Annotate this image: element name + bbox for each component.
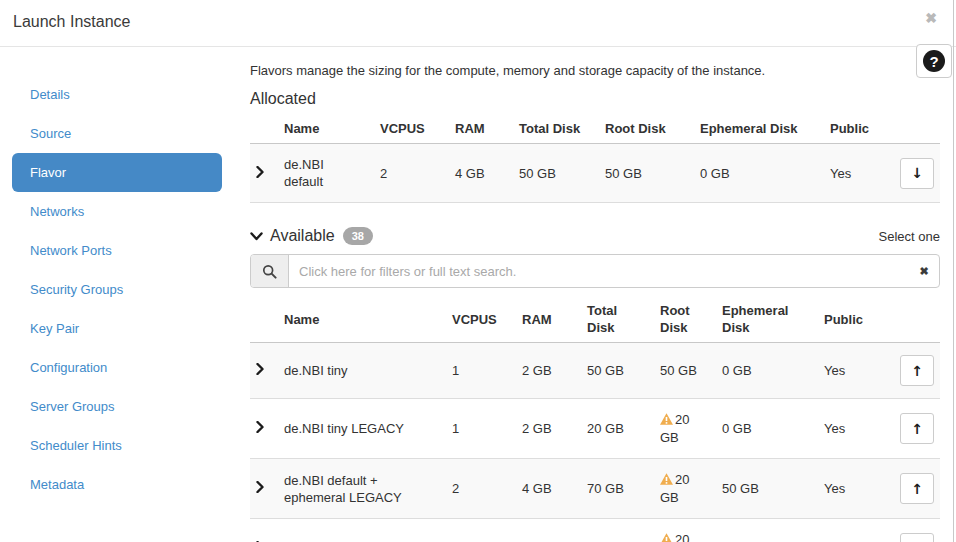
modal-right-edge xyxy=(953,0,954,542)
cell-vcpus: 2 xyxy=(444,519,514,542)
available-col-expand xyxy=(250,296,276,343)
cell-ram: 4 GB xyxy=(514,519,579,542)
allocated-section-title: Allocated xyxy=(250,90,940,108)
sidebar-item-networks[interactable]: Networks xyxy=(0,192,240,231)
cell-root-disk: 50 GB xyxy=(652,343,714,399)
cell-total-disk: 20 GB xyxy=(579,519,652,542)
cell-root-disk: 20 GB xyxy=(652,519,714,542)
deallocate-arrow-down-button[interactable]: ↓ xyxy=(900,158,934,189)
sidebar-item-configuration[interactable]: Configuration xyxy=(0,348,240,387)
step-description: Flavors manage the sizing for the comput… xyxy=(250,63,940,78)
available-col-actions xyxy=(885,296,940,343)
warning-triangle-icon xyxy=(660,472,673,489)
allocate-arrow-up-button[interactable]: ↑ xyxy=(900,413,934,444)
available-col-total-disk: Total Disk xyxy=(579,296,652,343)
flavor-step-content: Flavors manage the sizing for the comput… xyxy=(240,47,956,542)
allocated-col-vcpus: VCPUS xyxy=(372,114,447,144)
filter-search-bar: ✖ xyxy=(250,254,940,288)
expand-chevron-right-icon[interactable] xyxy=(256,166,264,178)
cell-root-disk: 50 GB xyxy=(597,144,692,203)
cell-public: Yes xyxy=(816,399,885,459)
sidebar-item-flavor[interactable]: Flavor xyxy=(12,153,222,192)
allocated-col-actions xyxy=(885,114,940,144)
cell-public: Yes xyxy=(816,343,885,399)
allocated-col-name: Name xyxy=(276,114,372,144)
dialog-title: Launch Instance xyxy=(13,13,130,30)
available-col-vcpus: VCPUS xyxy=(444,296,514,343)
expand-chevron-right-icon[interactable] xyxy=(256,363,264,375)
available-col-ram: RAM xyxy=(514,296,579,343)
cell-total-disk: 50 GB xyxy=(579,343,652,399)
allocated-col-ram: RAM xyxy=(447,114,511,144)
allocated-col-expand xyxy=(250,114,276,144)
cell-vcpus: 2 xyxy=(372,144,447,203)
select-one-hint: Select one xyxy=(879,229,940,244)
sidebar-item-key-pair[interactable]: Key Pair xyxy=(0,309,240,348)
warning-triangle-icon xyxy=(660,412,673,429)
cell-public: Yes xyxy=(816,519,885,542)
cell-vcpus: 1 xyxy=(444,399,514,459)
cell-ephemeral-disk: 0 GB xyxy=(714,399,816,459)
sidebar-item-source[interactable]: Source xyxy=(0,114,240,153)
cell-ephemeral-disk: 0 GB xyxy=(714,343,816,399)
warning-triangle-icon xyxy=(660,532,673,542)
cell-ram: 2 GB xyxy=(514,399,579,459)
cell-public: Yes xyxy=(816,459,885,519)
allocated-table: Name VCPUS RAM Total Disk Root Disk Ephe… xyxy=(250,114,940,203)
available-row-de-nbi-default-ephemeral-legacy: de.NBI default + ephemeral LEGACY 2 4 GB… xyxy=(250,459,940,519)
help-button[interactable]: ? xyxy=(916,44,952,78)
allocated-row-de-nbi-default: de.NBI default 2 4 GB 50 GB 50 GB 0 GB Y… xyxy=(250,144,940,203)
allocated-col-ephemeral-disk: Ephemeral Disk xyxy=(692,114,822,144)
cell-vcpus: 2 xyxy=(444,459,514,519)
cell-root-disk: 20 GB xyxy=(652,459,714,519)
cell-name: de.NBI tiny xyxy=(276,343,444,399)
sidebar-item-details[interactable]: Details xyxy=(0,75,240,114)
allocate-arrow-up-button[interactable]: ↑ xyxy=(900,355,934,386)
cell-vcpus: 1 xyxy=(444,343,514,399)
search-input[interactable] xyxy=(289,255,909,287)
cell-ram: 2 GB xyxy=(514,343,579,399)
wizard-step-nav: Details Source Flavor Networks Network P… xyxy=(0,47,240,542)
allocated-col-public: Public xyxy=(822,114,885,144)
available-row-de-nbi-tiny-legacy: de.NBI tiny LEGACY 1 2 GB 20 GB 20 GB 0 … xyxy=(250,399,940,459)
available-col-ephemeral-disk: Ephemeral Disk xyxy=(714,296,816,343)
available-table: Name VCPUS RAM Total Disk Root Disk Ephe… xyxy=(250,296,940,542)
cell-ram: 4 GB xyxy=(514,459,579,519)
available-row-de-nbi-tiny: de.NBI tiny 1 2 GB 50 GB 50 GB 0 GB Yes … xyxy=(250,343,940,399)
cell-ephemeral-disk: 50 GB xyxy=(714,459,816,519)
allocated-col-total-disk: Total Disk xyxy=(511,114,597,144)
search-clear-icon[interactable]: ✖ xyxy=(909,255,939,287)
sidebar-item-security-groups[interactable]: Security Groups xyxy=(0,270,240,309)
cell-ephemeral-disk: 0 GB xyxy=(692,144,822,203)
cell-name: de.NBI tiny LEGACY xyxy=(276,399,444,459)
cell-name: de.NBI default + ephemeral LEGACY xyxy=(276,459,444,519)
available-col-name: Name xyxy=(276,296,444,343)
allocate-arrow-up-button[interactable]: ↑ xyxy=(900,533,934,542)
available-section-title: Available xyxy=(270,227,335,245)
sidebar-item-server-groups[interactable]: Server Groups xyxy=(0,387,240,426)
cell-total-disk: 20 GB xyxy=(579,399,652,459)
available-col-root-disk: Root Disk xyxy=(652,296,714,343)
dialog-body: Details Source Flavor Networks Network P… xyxy=(0,47,956,542)
available-section-header: Available 38 Select one xyxy=(250,227,940,245)
sidebar-item-metadata[interactable]: Metadata xyxy=(0,465,240,504)
help-icon: ? xyxy=(923,50,945,72)
cell-public: Yes xyxy=(822,144,885,203)
expand-chevron-right-icon[interactable] xyxy=(256,421,264,433)
cell-name: de.NBI default xyxy=(276,144,372,203)
collapse-chevron-down-icon[interactable] xyxy=(250,232,263,241)
available-row-de-nbi-default-legacy: de.NBI default LEGACY 2 4 GB 20 GB 20 GB… xyxy=(250,519,940,542)
sidebar-item-network-ports[interactable]: Network Ports xyxy=(0,231,240,270)
cell-total-disk: 50 GB xyxy=(511,144,597,203)
available-col-public: Public xyxy=(816,296,885,343)
cell-name: de.NBI default LEGACY xyxy=(276,519,444,542)
allocate-arrow-up-button[interactable]: ↑ xyxy=(900,473,934,504)
search-icon[interactable] xyxy=(251,255,289,287)
close-icon[interactable]: ✖ xyxy=(925,11,937,25)
cell-ephemeral-disk: 0 GB xyxy=(714,519,816,542)
expand-chevron-right-icon[interactable] xyxy=(256,481,264,493)
cell-root-disk: 20 GB xyxy=(652,399,714,459)
cell-ram: 4 GB xyxy=(447,144,511,203)
sidebar-item-scheduler-hints[interactable]: Scheduler Hints xyxy=(0,426,240,465)
cell-total-disk: 70 GB xyxy=(579,459,652,519)
